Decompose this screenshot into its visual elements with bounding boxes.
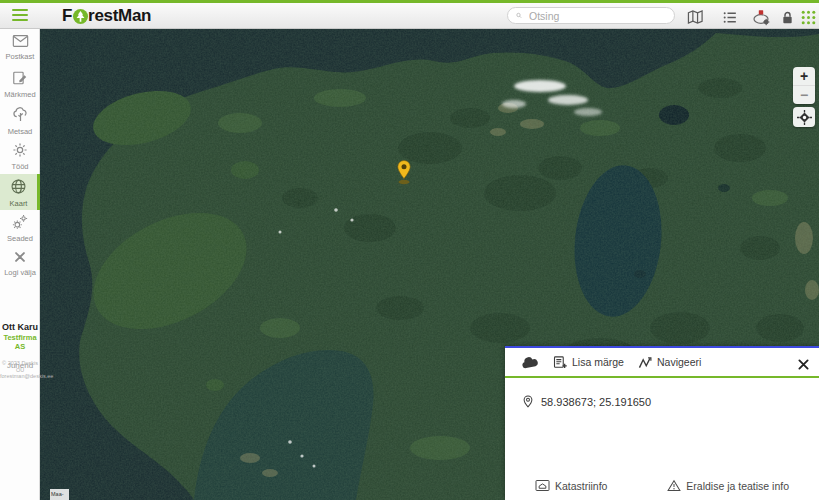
sidebar-item-label: Logi välja bbox=[0, 269, 40, 277]
coordinates-row: 58.938673; 25.191650 bbox=[521, 394, 819, 409]
sidebar-item-label: Kaart bbox=[0, 200, 37, 208]
panel-green-separator bbox=[505, 376, 819, 378]
nav-sidebar: Postkast Märkmed Metsad Tööd bbox=[0, 28, 40, 500]
apps-grid-icon[interactable] bbox=[798, 7, 818, 27]
note-plus-icon bbox=[553, 355, 568, 370]
search-box bbox=[507, 7, 675, 24]
sidebar-item-label: Metsad bbox=[0, 128, 40, 136]
notes-icon bbox=[12, 70, 28, 86]
accent-top-line bbox=[0, 0, 819, 3]
map-info-panel: Lisa märge Navigeeri 58.938673; 25 bbox=[505, 346, 819, 500]
contact-email: forestman@deskis.ee bbox=[0, 373, 40, 380]
user-company: Testfirma AS bbox=[0, 333, 40, 351]
forestman-tree-icon bbox=[73, 9, 88, 24]
sidebar-item-kaart[interactable]: Kaart bbox=[0, 174, 40, 210]
map-zoom-control: + − bbox=[793, 67, 815, 104]
cadastre-house-icon bbox=[535, 479, 550, 492]
warning-triangle-icon bbox=[667, 479, 681, 492]
extent-control-button[interactable] bbox=[793, 107, 815, 127]
navigate-button[interactable]: Navigeeri bbox=[638, 356, 701, 369]
panel-footer: Katastriinfo Eraldise ja teatise info bbox=[505, 479, 819, 492]
copyright-text: © 2023 Deskis OÜ bbox=[0, 360, 40, 373]
pin-outline-icon bbox=[521, 394, 535, 409]
globe-icon bbox=[10, 178, 27, 195]
logo-text-suffix: restMan bbox=[88, 6, 151, 26]
search-icon bbox=[516, 10, 522, 21]
logout-x-icon bbox=[13, 250, 27, 264]
coordinates-value: 58.938673; 25.191650 bbox=[541, 396, 651, 408]
map-icon[interactable] bbox=[685, 7, 705, 27]
sidebar-item-label: Tööd bbox=[0, 163, 40, 171]
zoom-out-button[interactable]: − bbox=[793, 85, 815, 104]
yellow-pin-icon[interactable] bbox=[395, 159, 413, 185]
works-gear-icon bbox=[12, 142, 28, 158]
sync-route-icon[interactable] bbox=[751, 7, 771, 27]
close-x-icon bbox=[798, 359, 809, 370]
navigate-label: Navigeeri bbox=[657, 356, 701, 368]
zoom-in-button[interactable]: + bbox=[793, 67, 815, 85]
list-icon[interactable] bbox=[720, 7, 740, 27]
mailbox-icon bbox=[12, 34, 29, 48]
sidebar-item-label: Märkmed bbox=[0, 91, 40, 99]
diamond-extent-icon bbox=[797, 110, 812, 125]
hamburger-menu-button[interactable] bbox=[12, 9, 28, 22]
map-attribution: Maa-amet bbox=[50, 489, 69, 500]
settings-icon bbox=[12, 214, 28, 230]
user-name: Ott Karu bbox=[0, 322, 40, 333]
panel-toolbar: Lisa märge Navigeeri bbox=[505, 348, 819, 376]
logo-text-prefix: F bbox=[62, 6, 72, 26]
sidebar-item-tood[interactable]: Tööd bbox=[0, 138, 40, 174]
forestman-app: + − Maa-amet F restMan bbox=[0, 0, 819, 500]
app-header: F restMan bbox=[0, 3, 819, 29]
sidebar-item-markmed[interactable]: Märkmed bbox=[0, 66, 40, 102]
lock-icon[interactable] bbox=[777, 7, 797, 27]
sidebar-item-label: Seaded bbox=[0, 235, 40, 243]
sidebar-item-label: Postkast bbox=[0, 53, 40, 61]
forest-cloud-icon bbox=[521, 356, 539, 369]
sidebar-footer: © 2023 Deskis OÜ forestman@deskis.ee bbox=[0, 360, 40, 380]
sidebar-item-metsad[interactable]: Metsad bbox=[0, 102, 40, 138]
add-note-label: Lisa märge bbox=[572, 356, 624, 368]
sidebar-item-postkast[interactable]: Postkast bbox=[0, 30, 40, 66]
forest-icon bbox=[12, 106, 29, 123]
app-logo[interactable]: F restMan bbox=[62, 4, 151, 28]
navigate-route-icon bbox=[638, 356, 653, 369]
sidebar-item-logivalja[interactable]: Logi välja bbox=[0, 246, 40, 282]
add-note-button[interactable]: Lisa märge bbox=[553, 355, 624, 370]
panel-close-button[interactable] bbox=[798, 356, 809, 374]
sidebar-item-seaded[interactable]: Seaded bbox=[0, 210, 40, 246]
cadastre-info-button[interactable]: Katastriinfo bbox=[535, 479, 608, 492]
notice-info-button[interactable]: Eraldise ja teatise info bbox=[667, 479, 789, 492]
search-input[interactable] bbox=[527, 9, 666, 23]
notice-info-label: Eraldise ja teatise info bbox=[686, 480, 789, 492]
forest-cloud-tool[interactable] bbox=[521, 356, 539, 369]
cadastre-info-label: Katastriinfo bbox=[555, 480, 608, 492]
